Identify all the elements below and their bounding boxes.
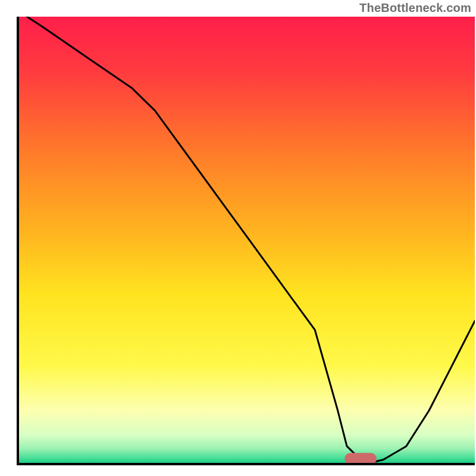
bottleneck-chart [0, 0, 476, 476]
optimal-marker [345, 453, 377, 465]
plot-background [18, 17, 475, 464]
chart-container: TheBottleneck.com [0, 0, 476, 476]
